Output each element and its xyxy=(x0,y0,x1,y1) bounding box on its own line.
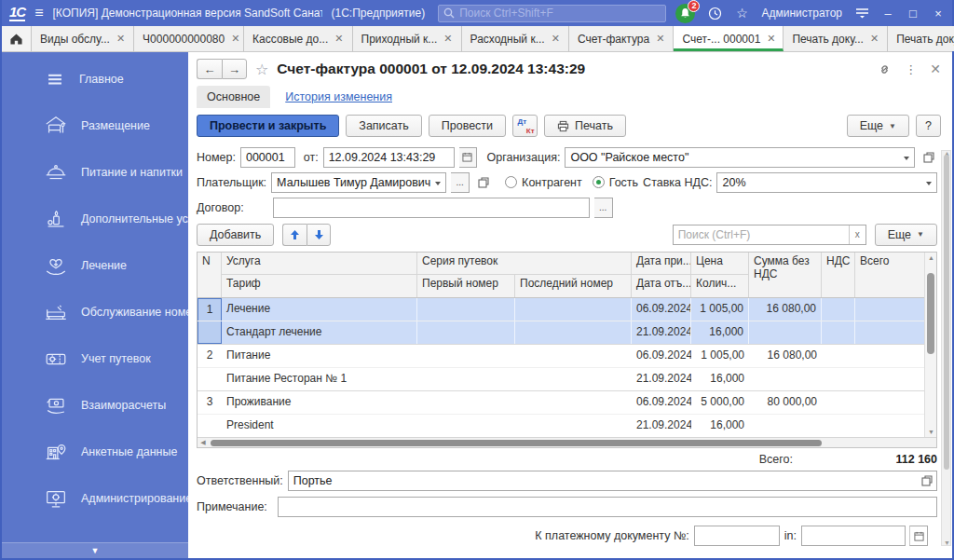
payer-open-icon[interactable] xyxy=(474,172,493,193)
notification-count-badge: 2 xyxy=(688,0,700,12)
table-row-3[interactable]: 3 Проживание 06.09.2024 5 000,00 80 000,… xyxy=(198,391,936,437)
sidebar-item-lechenie[interactable]: Лечение xyxy=(2,242,188,289)
sidebar-item-anketnye[interactable]: Анкетные данные xyxy=(2,429,188,475)
tab-pechat-1[interactable]: Печать доку...✕ xyxy=(784,26,888,51)
move-down-button[interactable] xyxy=(307,224,331,246)
home-tab[interactable] xyxy=(2,26,32,51)
radio-kontragent-label[interactable]: Контрагент xyxy=(522,176,582,189)
scroll-up-icon[interactable]: ▲ xyxy=(928,254,934,261)
food-icon xyxy=(43,159,69,185)
close-icon[interactable]: ✕ xyxy=(552,33,560,45)
tab-osnovnoe[interactable]: Основное xyxy=(197,86,270,108)
organization-combo[interactable]: ООО "Райское место" xyxy=(565,147,915,168)
table-horizontal-scrollbar[interactable]: ◀ xyxy=(198,437,936,447)
payer-combo[interactable]: Малышев Тимур Дамирович xyxy=(271,172,446,193)
close-icon[interactable]: ✕ xyxy=(116,33,125,45)
post-button[interactable]: Провести xyxy=(429,115,506,137)
contract-choose-button[interactable]: ... xyxy=(594,198,613,218)
tab-schet-faktura[interactable]: Счет-фактура✕ xyxy=(569,26,675,51)
favorite-star-icon[interactable]: ☆ xyxy=(255,61,268,78)
form-vertical-scrollbar[interactable]: ▲ ▼ xyxy=(941,150,951,546)
scroll-down-icon[interactable]: ▼ xyxy=(944,540,950,546)
close-icon[interactable]: ✕ xyxy=(767,33,775,45)
dtkt-postings-button[interactable]: ДтКт xyxy=(512,115,538,137)
sidebar-item-glavnoe[interactable]: Главное xyxy=(2,56,188,102)
save-button[interactable]: Записать xyxy=(346,115,421,137)
global-search-input[interactable]: Поиск Ctrl+Shift+F xyxy=(438,5,666,22)
close-icon[interactable]: ✕ xyxy=(870,33,879,45)
chevron-down-icon: ▼ xyxy=(889,122,896,130)
favorites-star-icon[interactable]: ☆ xyxy=(734,6,749,20)
scroll-left-icon[interactable]: ◀ xyxy=(198,439,209,446)
close-icon[interactable]: ✕ xyxy=(656,33,664,45)
close-icon[interactable]: ✕ xyxy=(443,33,452,45)
table-search-input[interactable]: Поиск (Ctrl+F) x xyxy=(673,225,866,245)
table-more-button[interactable]: Еще▼ xyxy=(875,224,937,246)
v-scroll-thumb[interactable] xyxy=(927,273,934,354)
payment-number-field[interactable] xyxy=(694,526,780,546)
get-link-icon[interactable] xyxy=(878,62,892,76)
radio-gost-label[interactable]: Гость xyxy=(609,176,638,189)
tab-pechat-2[interactable]: Печать доку...✕ xyxy=(888,26,954,51)
tab-vidy-obslug[interactable]: Виды обслу...✕ xyxy=(32,26,134,51)
clear-search-icon[interactable]: x xyxy=(849,225,865,244)
note-field[interactable] xyxy=(278,497,937,517)
payment-calendar-button[interactable] xyxy=(909,526,928,546)
table-row-2[interactable]: 2 Питание 06.09.2024 1 005,00 16 080,00 … xyxy=(198,345,936,391)
add-row-button[interactable]: Добавить xyxy=(197,224,274,246)
sidebar-item-razmeshchenie[interactable]: Размещение xyxy=(2,102,188,149)
sidebar-scroll-down[interactable]: ▼ xyxy=(2,542,188,558)
tab-ch0000[interactable]: Ч000000000080✕ xyxy=(134,26,244,51)
service-menu-icon[interactable] xyxy=(854,6,869,20)
sidebar-item-uchet-putevok[interactable]: Учет путевок xyxy=(2,335,188,382)
tab-kassovye[interactable]: Кассовые до...✕ xyxy=(244,26,352,51)
notifications-bell-icon[interactable]: 2 xyxy=(675,4,695,23)
vat-rate-combo[interactable]: 20% xyxy=(716,172,937,193)
close-icon[interactable]: ✕ xyxy=(231,33,239,45)
date-calendar-button[interactable] xyxy=(459,147,477,168)
sidebar-item-pitanie[interactable]: Питание и напитки xyxy=(2,149,188,196)
payer-choose-button[interactable]: ... xyxy=(451,172,470,193)
table-vertical-scrollbar[interactable]: ▲ ▼ xyxy=(924,253,936,437)
voucher-icon xyxy=(43,346,69,372)
payment-date-field[interactable] xyxy=(801,526,906,546)
number-field[interactable]: 000001 xyxy=(240,147,295,168)
radio-gost[interactable] xyxy=(593,176,605,188)
history-icon[interactable] xyxy=(707,6,722,20)
sidebar-item-vzaimoraschety[interactable]: Взаиморасчеты xyxy=(2,382,188,429)
close-form-icon[interactable]: ✕ xyxy=(930,61,941,76)
minimize-button[interactable]: – xyxy=(881,7,894,20)
tab-prihodny[interactable]: Приходный к...✕ xyxy=(353,26,462,51)
current-user[interactable]: Администратор xyxy=(761,7,842,20)
forward-button[interactable]: → xyxy=(222,59,247,79)
tab-rashodny[interactable]: Расходный к...✕ xyxy=(462,26,569,51)
responsible-field[interactable]: Портье xyxy=(288,471,937,491)
organization-open-icon[interactable] xyxy=(920,147,937,168)
close-icon[interactable]: ✕ xyxy=(334,33,343,45)
tab-schet-000001-active[interactable]: Счет-... 000001✕ xyxy=(674,26,784,51)
contract-field[interactable] xyxy=(273,198,590,218)
close-window-button[interactable]: × xyxy=(932,7,945,20)
help-button[interactable]: ? xyxy=(916,115,941,137)
responsible-open-icon[interactable] xyxy=(918,471,936,490)
move-up-button[interactable] xyxy=(282,224,307,246)
print-button[interactable]: Печать xyxy=(544,115,626,137)
back-button[interactable]: ← xyxy=(197,59,222,79)
more-menu-icon[interactable]: ⋮ xyxy=(905,62,917,76)
h-scroll-thumb[interactable] xyxy=(211,440,822,446)
payer-label: Плательщик: xyxy=(197,176,266,189)
maximize-button[interactable]: □ xyxy=(906,7,920,20)
sidebar-item-dop-uslugi[interactable]: Дополнительные услуги xyxy=(2,196,188,242)
sidebar-item-administrirovanie[interactable]: Администрирование xyxy=(2,475,188,522)
total-label: Всего: xyxy=(759,453,793,466)
sidebar-item-obsluzhivanie[interactable]: Обслуживание номеров xyxy=(2,289,188,335)
date-field[interactable]: 12.09.2024 13:43:29 xyxy=(323,147,455,168)
post-and-close-button[interactable]: Провести и закрыть xyxy=(197,115,339,137)
main-menu-icon[interactable]: ≡ xyxy=(34,6,43,20)
tab-istoria-izmeneniya[interactable]: История изменения xyxy=(285,90,392,103)
form-scroll-thumb[interactable] xyxy=(944,155,949,470)
more-button[interactable]: Еще▼ xyxy=(847,115,909,137)
scroll-down-icon[interactable]: ▼ xyxy=(928,429,934,435)
table-row-1[interactable]: 1 Лечение 06.09.2024 1 005,00 16 080,00 … xyxy=(198,298,936,345)
radio-kontragent[interactable] xyxy=(505,176,517,188)
